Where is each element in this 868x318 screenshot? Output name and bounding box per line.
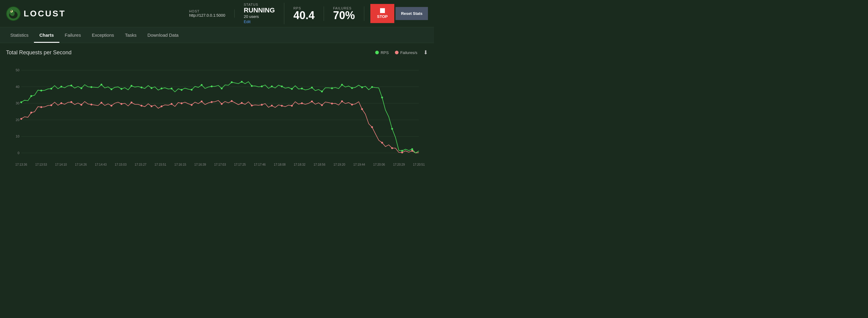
status-block: STATUS RUNNING 20 users Edit (235, 3, 284, 24)
chart-title: Total Requests per Second (6, 50, 71, 56)
legend-rps-label: RPS (381, 50, 389, 55)
locust-logo-icon (6, 6, 21, 21)
tab-charts[interactable]: Charts (34, 27, 59, 43)
legend-failures-dot (395, 51, 399, 54)
failures-value: 70% (333, 10, 355, 21)
legend-rps: RPS (375, 50, 389, 55)
tab-exceptions[interactable]: Exceptions (86, 27, 119, 43)
failures-block: FAILURES 70% (324, 6, 364, 21)
legend-failures: Failures/s (395, 50, 417, 55)
main-chart-canvas (6, 59, 428, 168)
host-block: HOST http://127.0.0.1:5000 (180, 9, 235, 18)
edit-link[interactable]: Edit (244, 20, 250, 24)
svg-point-4 (10, 10, 12, 11)
header: LOCUST HOST http://127.0.0.1:5000 STATUS… (0, 0, 434, 27)
tab-statistics[interactable]: Statistics (5, 27, 34, 43)
host-label: HOST (189, 9, 225, 13)
host-value: http://127.0.0.1:5000 (189, 13, 225, 18)
chart-container (6, 59, 428, 168)
stop-button[interactable]: STOP (370, 4, 394, 23)
rps-value: 40.4 (293, 10, 315, 21)
tab-download-data[interactable]: Download Data (142, 27, 184, 43)
stop-icon (380, 8, 385, 13)
reset-stats-button[interactable]: Reset Stats (396, 7, 428, 20)
status-label: STATUS (244, 3, 275, 6)
status-value: RUNNING (244, 6, 275, 14)
legend-failures-label: Failures/s (400, 50, 417, 55)
tab-tasks[interactable]: Tasks (119, 27, 142, 43)
chart-section: Total Requests per Second RPS Failures/s… (0, 43, 434, 171)
logo-text: LOCUST (24, 9, 66, 19)
tab-failures[interactable]: Failures (59, 27, 86, 43)
chart-legend: RPS Failures/s (375, 50, 417, 55)
download-chart-icon[interactable]: ⬇ (424, 49, 428, 56)
header-meta: HOST http://127.0.0.1:5000 STATUS RUNNIN… (180, 3, 428, 24)
users-value: 20 users (244, 14, 275, 19)
chart-header: Total Requests per Second RPS Failures/s… (6, 49, 428, 56)
legend-rps-dot (375, 51, 379, 54)
rps-block: RPS 40.4 (284, 6, 324, 21)
navigation: Statistics Charts Failures Exceptions Ta… (0, 27, 434, 43)
logo-area: LOCUST (6, 6, 66, 21)
